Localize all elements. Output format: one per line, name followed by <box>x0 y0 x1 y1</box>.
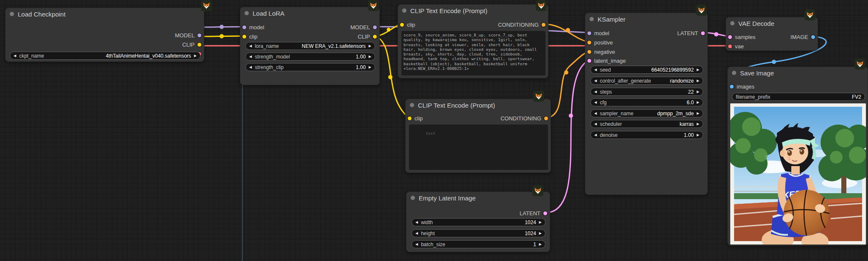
decrement-arrow-icon[interactable]: ◀ <box>415 221 418 224</box>
node-clip-text-encode-negative[interactable]: CLIP Text Encode (Prompt) clip CONDITION… <box>405 99 551 173</box>
decrement-arrow-icon[interactable]: ◀ <box>594 122 597 126</box>
latent-port[interactable] <box>543 211 547 215</box>
node-graph-canvas[interactable]: Load Checkpoint MODEL CLIP VAE ◀ ckpt_na… <box>0 0 868 261</box>
model-port[interactable] <box>373 25 377 29</box>
decrement-arrow-icon[interactable]: ◀ <box>594 133 597 137</box>
prompt-textarea-empty[interactable]: text <box>409 125 548 170</box>
widget-label: sampler_name <box>600 111 633 117</box>
increment-arrow-icon[interactable]: ▶ <box>539 232 542 235</box>
node-title-bar[interactable]: Empty Latent Image <box>406 192 550 204</box>
decrement-arrow-icon[interactable]: ◀ <box>249 55 252 58</box>
node-title-bar[interactable]: CLIP Text Encode (Prompt) <box>398 5 548 17</box>
increment-arrow-icon[interactable]: ▶ <box>697 68 699 72</box>
input-slot-latent-image: latent_image <box>587 57 626 64</box>
collapse-dot-icon[interactable] <box>410 103 414 107</box>
output-slot-model: MODEL <box>351 23 377 31</box>
decrement-arrow-icon[interactable]: ◀ <box>249 44 252 48</box>
decrement-arrow-icon[interactable]: ◀ <box>594 112 597 115</box>
strength-clip-widget[interactable]: ◀ strength_clip 1.00 ▶ <box>245 63 375 71</box>
vae-port[interactable] <box>728 44 732 48</box>
model-port[interactable] <box>198 33 201 37</box>
decrement-arrow-icon[interactable]: ◀ <box>594 79 597 83</box>
width-widget[interactable]: ◀ width 1024 ▶ <box>412 218 545 226</box>
model-port[interactable] <box>587 31 591 35</box>
prompt-textarea[interactable]: score_9, source_anime, score_8_up, score… <box>401 31 545 75</box>
node-title-bar[interactable]: KSampler <box>585 13 707 25</box>
conditioning-port[interactable] <box>587 41 591 44</box>
conditioning-port[interactable] <box>542 23 545 27</box>
increment-arrow-icon[interactable]: ▶ <box>697 122 699 126</box>
clip-port[interactable] <box>242 35 246 39</box>
decrement-arrow-icon[interactable]: ◀ <box>415 232 418 235</box>
collapse-dot-icon[interactable] <box>245 11 249 15</box>
decrement-arrow-icon[interactable]: ◀ <box>249 66 252 69</box>
ckpt-name-widget[interactable]: ◀ ckpt_name 4thTailAnimeHentai_v040.safe… <box>10 52 200 60</box>
output-label: LATENT <box>520 210 540 217</box>
output-slot-image: IMAGE <box>790 33 815 41</box>
increment-arrow-icon[interactable]: ▶ <box>369 66 371 69</box>
node-title-bar[interactable]: Load Checkpoint <box>6 8 204 20</box>
latent-port[interactable] <box>701 31 705 35</box>
latent-port[interactable] <box>728 35 732 39</box>
output-slot-clip: CLIP <box>182 41 201 48</box>
filename-prefix-widget[interactable]: filename_prefix FV2 <box>732 93 865 101</box>
widget-label: filename_prefix <box>736 94 770 100</box>
increment-arrow-icon[interactable]: ▶ <box>697 101 699 104</box>
collapse-dot-icon[interactable] <box>411 196 415 200</box>
node-empty-latent-image[interactable]: Empty Latent Image LATENT ◀ width 1024 ▶… <box>406 192 550 252</box>
widget-value: FV2 <box>852 94 861 100</box>
increment-arrow-icon[interactable]: ▶ <box>539 221 542 224</box>
conditioning-port[interactable] <box>587 50 591 54</box>
latent-port[interactable] <box>587 59 591 63</box>
cfg-widget[interactable]: ◀ cfg 6.0 ▶ <box>590 98 703 106</box>
batch-size-widget[interactable]: ◀ batch_size 1 ▶ <box>412 240 545 248</box>
sampler-name-widget[interactable]: ◀ sampler_name dpmpp_2m_sde ▶ <box>590 109 703 117</box>
clip-port[interactable] <box>373 35 377 39</box>
conditioning-port[interactable] <box>544 117 548 120</box>
increment-arrow-icon[interactable]: ▶ <box>539 243 542 246</box>
collapse-dot-icon[interactable] <box>730 21 734 25</box>
model-port[interactable] <box>242 25 246 29</box>
lora-name-widget[interactable]: ◀ lora_name NEW ERA_v2.1.safetensors ▶ <box>245 42 375 50</box>
collapse-dot-icon[interactable] <box>402 8 406 13</box>
widget-label: height <box>421 230 435 236</box>
node-save-image[interactable]: Save Image images filename_prefix FV2 <box>727 67 868 246</box>
increment-arrow-icon[interactable]: ▶ <box>369 44 371 48</box>
denoise-widget[interactable]: ◀ denoise 1.00 ▶ <box>590 131 703 139</box>
collapse-dot-icon[interactable] <box>590 17 594 21</box>
scheduler-widget[interactable]: ◀ scheduler karras ▶ <box>590 120 703 128</box>
height-widget[interactable]: ◀ height 1024 ▶ <box>412 229 545 237</box>
clip-port[interactable] <box>408 117 412 120</box>
image-port[interactable] <box>811 35 815 39</box>
collapse-dot-icon[interactable] <box>10 12 14 16</box>
node-load-checkpoint[interactable]: Load Checkpoint MODEL CLIP VAE ◀ ckpt_na… <box>5 8 204 62</box>
decrement-arrow-icon[interactable]: ◀ <box>14 54 16 58</box>
strength-model-widget[interactable]: ◀ strength_model 1.00 ▶ <box>245 53 375 61</box>
node-clip-text-encode-positive[interactable]: CLIP Text Encode (Prompt) clip CONDITION… <box>398 4 548 78</box>
control-after-generate-widget[interactable]: ◀ control_after_generate randomize ▶ <box>590 77 703 85</box>
node-ksampler[interactable]: KSampler model positive negative latent_… <box>585 13 708 195</box>
increment-arrow-icon[interactable]: ▶ <box>369 55 371 58</box>
increment-arrow-icon[interactable]: ▶ <box>697 79 699 83</box>
node-title-bar[interactable]: Save Image <box>728 67 868 79</box>
node-title-bar[interactable]: CLIP Text Encode (Prompt) <box>406 99 551 111</box>
clip-port[interactable] <box>400 23 404 27</box>
steps-widget[interactable]: ◀ steps 22 ▶ <box>590 88 703 96</box>
increment-arrow-icon[interactable]: ▶ <box>194 54 197 58</box>
node-title: Load Checkpoint <box>18 11 66 18</box>
decrement-arrow-icon[interactable]: ◀ <box>594 68 597 72</box>
decrement-arrow-icon[interactable]: ◀ <box>594 101 597 104</box>
clip-port[interactable] <box>198 43 201 47</box>
node-load-lora[interactable]: Load LoRA model clip MODEL CLIP ◀ lora_n… <box>240 7 380 85</box>
decrement-arrow-icon[interactable]: ◀ <box>415 243 418 246</box>
node-vae-decode[interactable]: VAE Decode samples vae IMAGE <box>726 17 818 51</box>
image-port[interactable] <box>730 85 734 89</box>
increment-arrow-icon[interactable]: ▶ <box>697 133 699 137</box>
increment-arrow-icon[interactable]: ▶ <box>697 112 699 115</box>
node-title-bar[interactable]: Load LoRA <box>240 7 379 19</box>
increment-arrow-icon[interactable]: ▶ <box>697 90 699 94</box>
node-title-bar[interactable]: VAE Decode <box>726 17 818 29</box>
collapse-dot-icon[interactable] <box>732 71 736 75</box>
seed-widget[interactable]: ◀ seed 664052196899592 ▶ <box>590 66 703 74</box>
decrement-arrow-icon[interactable]: ◀ <box>594 90 597 94</box>
